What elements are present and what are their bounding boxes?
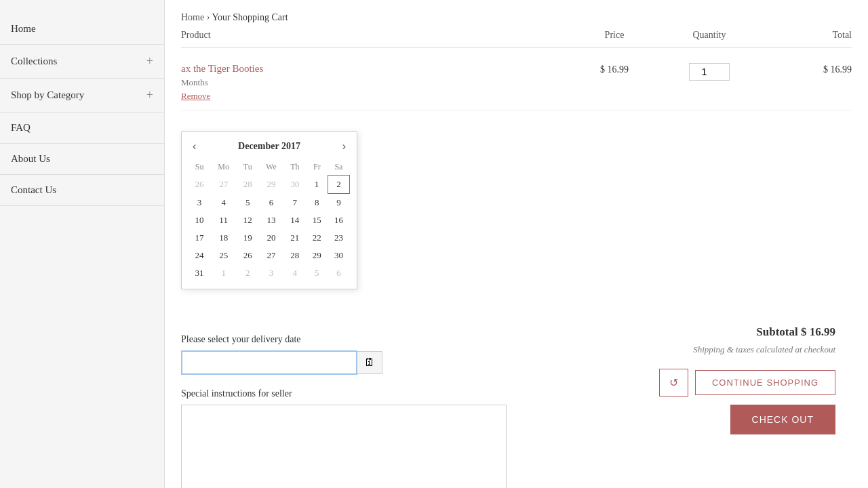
sidebar-item-label: Contact Us (11, 184, 56, 196)
calendar-day[interactable]: 11 (210, 211, 237, 229)
calendar-day[interactable]: 9 (328, 194, 349, 212)
calendar-day-header: Fr (306, 159, 328, 176)
calendar-day[interactable]: 23 (328, 229, 349, 247)
calendar-day[interactable]: 24 (189, 247, 210, 264)
summary-section: Subtotal $ 16.99 Shipping & taxes calcul… (659, 325, 835, 434)
sidebar-expand-icon: + (146, 88, 153, 102)
calendar-day[interactable]: 31 (189, 264, 210, 282)
calendar-icon-button[interactable]: 🗓 (357, 351, 382, 374)
calendar-day[interactable]: 3 (258, 264, 283, 282)
calendar-day-header: We (258, 159, 283, 176)
product-price: $ 16.99 (567, 63, 662, 75)
calendar-day[interactable]: 8 (306, 194, 328, 212)
subtotal-line: Subtotal $ 16.99 (659, 325, 835, 339)
calendar-day[interactable]: 15 (306, 211, 328, 229)
product-name: ax the Tiger Booties (181, 63, 567, 75)
calendar-day[interactable]: 6 (328, 264, 349, 282)
calendar-icon: 🗓 (364, 357, 375, 368)
calendar-day[interactable]: 26 (237, 247, 258, 264)
calendar-day[interactable]: 1 (210, 264, 237, 282)
calendar-day[interactable]: 18 (210, 229, 237, 247)
calendar-day[interactable]: 3 (189, 194, 210, 212)
sidebar-item-label: Collections (11, 56, 57, 67)
sidebar-item-label: Shop by Category (11, 89, 84, 101)
sidebar-item-label: Home (11, 23, 36, 35)
calendar-day[interactable]: 21 (283, 229, 306, 247)
calendar-day[interactable]: 12 (237, 211, 258, 229)
calendar-day[interactable]: 13 (258, 211, 283, 229)
sidebar-item-faq[interactable]: FAQ (0, 113, 164, 144)
calendar-next-button[interactable]: › (338, 139, 350, 154)
calendar-day[interactable]: 22 (306, 229, 328, 247)
subtotal-label: Subtotal (756, 325, 797, 338)
calendar-day-header: Sa (328, 159, 349, 176)
calendar-prev-button[interactable]: ‹ (189, 139, 200, 154)
sidebar-item-about-us[interactable]: About Us (0, 144, 164, 175)
calendar-day[interactable]: 25 (210, 247, 237, 264)
shipping-note: Shipping & taxes calculated at checkout (659, 344, 835, 355)
main-content: Home › Your Shopping Cart Product Price … (165, 0, 868, 488)
calendar-day[interactable]: 5 (306, 264, 328, 282)
calendar-day[interactable]: 4 (210, 194, 237, 212)
sidebar-item-label: About Us (11, 153, 50, 165)
calendar-day[interactable]: 10 (189, 211, 210, 229)
sidebar-item-contact-us[interactable]: Contact Us (0, 175, 164, 206)
instructions-textarea[interactable] (181, 405, 507, 488)
calendar-day[interactable]: 30 (328, 247, 349, 264)
calendar-day[interactable]: 29 (258, 176, 283, 194)
sidebar-item-shop-by-category[interactable]: Shop by Category+ (0, 79, 164, 113)
calendar-day[interactable]: 30 (283, 176, 306, 194)
calendar-day[interactable]: 16 (328, 211, 349, 229)
calendar-title: December 2017 (238, 141, 300, 152)
calendar-day[interactable]: 28 (237, 176, 258, 194)
header-price: Price (567, 30, 662, 41)
calendar-day[interactable]: 28 (283, 247, 306, 264)
calendar-day[interactable]: 17 (189, 229, 210, 247)
action-row: ↺ CONTINUE SHOPPING (659, 369, 835, 396)
calendar-grid: SuMoTuWeThFrSa 2627282930123456789101112… (189, 159, 350, 282)
breadcrumb-separator: › (207, 12, 210, 22)
calendar-day-header: Tu (237, 159, 258, 176)
calendar-day[interactable]: 26 (189, 176, 210, 194)
breadcrumb: Home › Your Shopping Cart (181, 0, 852, 30)
calendar-day[interactable]: 19 (237, 229, 258, 247)
product-total: $ 16.99 (757, 63, 852, 75)
subtotal-value: $ 16.99 (801, 325, 835, 338)
calendar-day[interactable]: 2 (237, 264, 258, 282)
calendar-day[interactable]: 7 (283, 194, 306, 212)
quantity-input[interactable] (689, 63, 730, 81)
calendar-day-header: Th (283, 159, 306, 176)
calendar-header: ‹ December 2017 › (189, 139, 350, 154)
reset-button[interactable]: ↺ (659, 369, 688, 396)
table-row: ax the Tiger Booties Months Remove $ 16.… (181, 55, 852, 110)
calendar-day[interactable]: 1 (306, 176, 328, 194)
product-qty (662, 63, 757, 81)
calendar-day[interactable]: 20 (258, 229, 283, 247)
product-info: ax the Tiger Booties Months Remove (181, 63, 567, 102)
calendar-day[interactable]: 29 (306, 247, 328, 264)
delivery-date-input[interactable] (181, 350, 357, 375)
continue-shopping-button[interactable]: CONTINUE SHOPPING (695, 370, 835, 395)
calendar-day[interactable]: 27 (258, 247, 283, 264)
header-total: Total (757, 30, 852, 41)
cart-header: Product Price Quantity Total (181, 30, 852, 48)
sidebar-item-collections[interactable]: Collections+ (0, 45, 164, 79)
sidebar-item-home[interactable]: Home (0, 14, 164, 45)
calendar-day[interactable]: 2 (328, 176, 349, 194)
checkout-button[interactable]: CHECK OUT (730, 405, 835, 434)
calendar-day[interactable]: 6 (258, 194, 283, 212)
breadcrumb-home[interactable]: Home (181, 12, 204, 22)
product-sub: Months (181, 77, 567, 88)
header-quantity: Quantity (662, 30, 757, 41)
remove-link[interactable]: Remove (181, 91, 567, 102)
sidebar-expand-icon: + (146, 54, 153, 68)
calendar-day[interactable]: 14 (283, 211, 306, 229)
calendar-day[interactable]: 4 (283, 264, 306, 282)
sidebar-item-label: FAQ (11, 122, 31, 134)
calendar-day[interactable]: 5 (237, 194, 258, 212)
calendar-day-header: Su (189, 159, 210, 176)
breadcrumb-current: Your Shopping Cart (212, 12, 288, 22)
cart-area: Product Price Quantity Total ax the Tige… (181, 30, 852, 488)
header-product: Product (181, 30, 567, 41)
calendar-day[interactable]: 27 (210, 176, 237, 194)
